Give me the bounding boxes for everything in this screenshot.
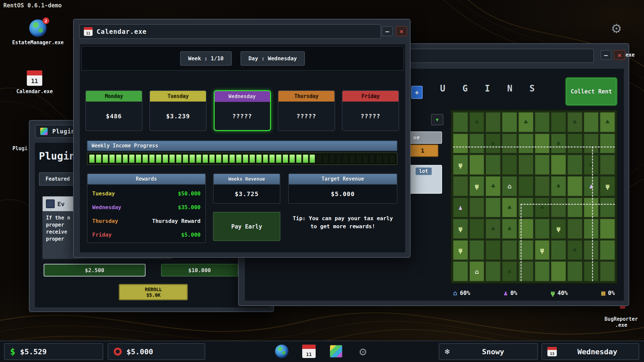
map-tile[interactable]: ♣ — [502, 261, 517, 281]
map-tile[interactable] — [502, 134, 517, 154]
minimize-button[interactable]: – — [382, 26, 393, 36]
map-tile[interactable]: ⌂ — [470, 261, 484, 281]
map-tile[interactable]: ♣ — [502, 219, 517, 239]
map-tile[interactable] — [470, 240, 484, 260]
active-tab-fragment[interactable]: ve — [405, 131, 442, 144]
map-tile[interactable] — [470, 155, 484, 175]
map-tile[interactable] — [584, 134, 599, 154]
map-tile[interactable] — [502, 155, 517, 175]
map-tile[interactable] — [519, 240, 533, 260]
map-tile[interactable]: ♣ — [486, 176, 500, 196]
map-tile[interactable]: ♣ — [535, 198, 550, 218]
map-tile[interactable] — [551, 155, 566, 175]
map-tile[interactable] — [486, 261, 500, 281]
map-tile[interactable]: ♣ — [486, 134, 500, 154]
map-tile[interactable]: ♣ — [519, 112, 533, 132]
slot-count-badge[interactable]: 1 — [407, 144, 438, 157]
day-card-wednesday[interactable]: Wednesday????? — [214, 90, 271, 131]
map-tile[interactable] — [551, 112, 566, 132]
map-tile[interactable] — [486, 112, 500, 132]
map-tile[interactable] — [551, 240, 566, 260]
map-tile[interactable] — [470, 134, 484, 154]
map-tile[interactable] — [453, 112, 468, 132]
map-tile[interactable] — [535, 219, 550, 239]
add-plugin-button[interactable]: + — [411, 86, 423, 99]
taskbar-calendar-icon[interactable]: 11 — [302, 344, 316, 359]
map-tile[interactable] — [584, 112, 599, 132]
taskbar-estate-manager-icon[interactable] — [274, 344, 289, 359]
filter-funnel-icon[interactable]: ▼ — [431, 114, 443, 125]
map-tile[interactable] — [486, 155, 500, 175]
day-card-tuesday[interactable]: Tuesday$3.239 — [149, 90, 207, 131]
desktop-icon-calendar[interactable]: 11 Calendar.exe — [6, 70, 63, 95]
map-tile[interactable] — [470, 219, 484, 239]
map-tile[interactable] — [486, 240, 500, 260]
map-tile[interactable] — [502, 112, 517, 132]
map-tile[interactable] — [502, 240, 517, 260]
reroll-button[interactable]: REROLL $5.0K — [119, 284, 188, 300]
map-tile[interactable] — [600, 261, 615, 281]
map-tile[interactable] — [584, 261, 599, 281]
map-tile[interactable] — [519, 155, 533, 175]
map-tile[interactable]: ψ — [453, 219, 468, 239]
taskbar-settings-icon[interactable]: ⚙ — [356, 344, 370, 359]
minimize-button[interactable]: – — [600, 50, 611, 60]
map-tile[interactable]: ψ — [453, 155, 468, 175]
map-tile[interactable]: ψ — [600, 176, 615, 196]
map-tile[interactable]: ♣ — [551, 134, 566, 154]
map-tile[interactable]: ψ — [470, 176, 484, 196]
buy-plugin-button-2[interactable]: $10.000 — [161, 264, 238, 277]
map-tile[interactable]: ♟ — [453, 198, 468, 218]
map-tile[interactable] — [535, 176, 550, 196]
day-card-monday[interactable]: Monday$486 — [85, 90, 143, 131]
map-tile[interactable]: ♣ — [600, 112, 615, 132]
map-tile[interactable]: ♣ — [584, 155, 599, 175]
map-tile[interactable] — [568, 219, 582, 239]
map-tile[interactable] — [551, 198, 566, 218]
day-card-thursday[interactable]: Thursday????? — [278, 90, 335, 131]
map-tile[interactable]: ψ — [535, 240, 550, 260]
map-tile[interactable] — [535, 134, 550, 154]
plugin-slot-panel[interactable]: lot — [405, 165, 442, 194]
map-tile[interactable] — [535, 261, 550, 281]
buy-plugin-button-1[interactable]: $2.500 — [44, 264, 146, 277]
desktop-icon-estate-manager[interactable]: 2 EstateManager.exe — [6, 19, 70, 46]
taskbar-plugins-icon[interactable] — [329, 344, 343, 359]
map-tile[interactable] — [600, 155, 615, 175]
pay-early-button[interactable]: Pay Early — [213, 212, 280, 241]
map-tile[interactable]: ♣ — [568, 240, 582, 260]
map-tile[interactable]: ♣ — [470, 112, 484, 132]
map-tile[interactable] — [453, 261, 468, 281]
map-tile[interactable] — [600, 198, 615, 218]
map-tile[interactable] — [568, 176, 582, 196]
map-tile[interactable] — [600, 134, 615, 154]
map-tile[interactable] — [584, 219, 599, 239]
day-card-friday[interactable]: Friday????? — [342, 90, 399, 131]
map-tile[interactable]: ψ — [453, 240, 468, 260]
map-tile[interactable] — [453, 176, 468, 196]
close-button[interactable]: × — [396, 26, 407, 36]
map-tile[interactable] — [584, 198, 599, 218]
map-tile[interactable] — [600, 240, 615, 260]
map-tile[interactable] — [519, 219, 533, 239]
map-tile[interactable] — [535, 112, 550, 132]
map-tile[interactable]: ♣ — [502, 198, 517, 218]
map-tile[interactable] — [519, 261, 533, 281]
map-tile[interactable]: ⌂ — [502, 176, 517, 196]
map-tile[interactable] — [519, 198, 533, 218]
map-tile[interactable]: ♟ — [584, 176, 599, 196]
map-tile[interactable] — [568, 261, 582, 281]
map-tile[interactable]: ♣ — [551, 176, 566, 196]
map-tile[interactable] — [600, 219, 615, 239]
calendar-window-titlebar[interactable]: 11 Calendar.exe — [79, 24, 381, 39]
desktop-gear-icon[interactable]: ⚙ — [612, 19, 621, 37]
collect-rent-button[interactable]: Collect Rent — [565, 77, 618, 106]
map-tile[interactable]: ♣ — [568, 112, 582, 132]
desktop-icon-label-plugins-fragment[interactable]: Plugi — [12, 145, 28, 152]
map-tile[interactable] — [568, 198, 582, 218]
map-tile[interactable] — [486, 198, 500, 218]
map-tile[interactable] — [519, 134, 533, 154]
map-tile[interactable] — [584, 240, 599, 260]
map-tile[interactable] — [568, 155, 582, 175]
map-tile[interactable] — [519, 176, 533, 196]
